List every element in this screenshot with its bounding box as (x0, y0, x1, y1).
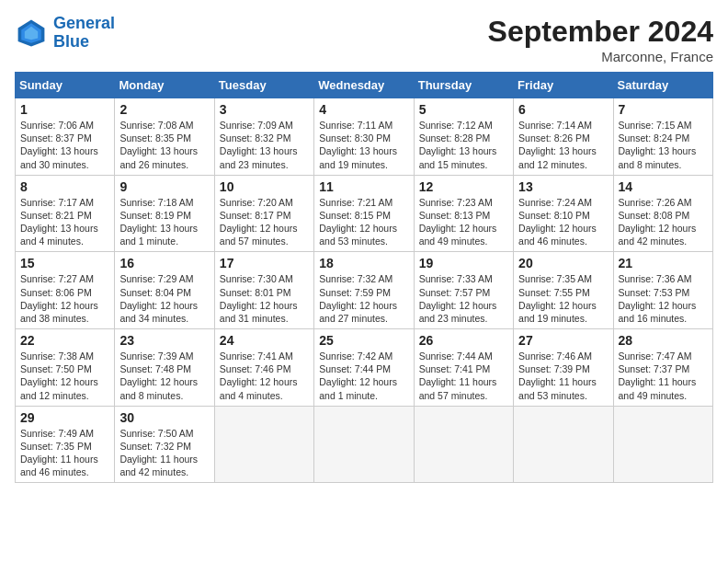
day-number: 22 (20, 333, 109, 348)
calendar-day-cell: 18Sunrise: 7:32 AM Sunset: 7:59 PM Dayli… (314, 252, 414, 329)
day-number: 27 (518, 333, 608, 348)
day-number: 1 (20, 102, 109, 117)
calendar-day-cell: 17Sunrise: 7:30 AM Sunset: 8:01 PM Dayli… (214, 252, 313, 329)
day-info: Sunrise: 7:06 AM Sunset: 8:37 PM Dayligh… (20, 119, 109, 171)
calendar-day-cell: 19Sunrise: 7:33 AM Sunset: 7:57 PM Dayli… (414, 252, 513, 329)
day-info: Sunrise: 7:42 AM Sunset: 7:44 PM Dayligh… (319, 350, 408, 402)
calendar-day-cell: 22Sunrise: 7:38 AM Sunset: 7:50 PM Dayli… (16, 329, 115, 407)
calendar-day-cell: 27Sunrise: 7:46 AM Sunset: 7:39 PM Dayli… (514, 329, 613, 407)
day-info: Sunrise: 7:24 AM Sunset: 8:10 PM Dayligh… (518, 196, 608, 248)
day-info: Sunrise: 7:08 AM Sunset: 8:35 PM Dayligh… (119, 119, 209, 171)
calendar-day-header: Saturday (613, 73, 712, 98)
day-info: Sunrise: 7:29 AM Sunset: 8:04 PM Dayligh… (119, 272, 209, 325)
day-number: 6 (518, 102, 608, 117)
calendar-day-header: Friday (514, 73, 613, 98)
day-info: Sunrise: 7:39 AM Sunset: 7:48 PM Dayligh… (119, 350, 209, 402)
day-number: 9 (119, 179, 209, 194)
calendar-day-cell (514, 406, 613, 483)
day-number: 12 (419, 179, 508, 194)
day-number: 26 (419, 333, 508, 348)
calendar-day-cell: 2Sunrise: 7:08 AM Sunset: 8:35 PM Daylig… (115, 98, 214, 176)
day-number: 23 (119, 333, 209, 348)
calendar-day-cell (314, 406, 414, 483)
day-info: Sunrise: 7:15 AM Sunset: 8:24 PM Dayligh… (619, 119, 708, 171)
day-info: Sunrise: 7:30 AM Sunset: 8:01 PM Dayligh… (220, 272, 309, 325)
day-info: Sunrise: 7:11 AM Sunset: 8:30 PM Dayligh… (319, 119, 408, 171)
calendar-day-cell: 29Sunrise: 7:49 AM Sunset: 7:35 PM Dayli… (16, 406, 115, 483)
day-number: 18 (319, 256, 408, 270)
day-number: 11 (319, 179, 408, 194)
calendar-day-cell: 3Sunrise: 7:09 AM Sunset: 8:32 PM Daylig… (214, 98, 313, 176)
day-info: Sunrise: 7:26 AM Sunset: 8:08 PM Dayligh… (619, 196, 708, 248)
calendar-table: SundayMondayTuesdayWednesdayThursdayFrid… (15, 72, 713, 483)
day-info: Sunrise: 7:20 AM Sunset: 8:17 PM Dayligh… (220, 196, 309, 248)
logo-line2: Blue (53, 32, 89, 51)
calendar-day-cell: 12Sunrise: 7:23 AM Sunset: 8:13 PM Dayli… (414, 175, 513, 252)
location: Marconne, France (488, 49, 713, 64)
day-info: Sunrise: 7:12 AM Sunset: 8:28 PM Dayligh… (419, 119, 508, 171)
logo-text: General Blue (53, 15, 115, 52)
month-title: September 2024 (488, 15, 713, 49)
calendar-day-cell: 9Sunrise: 7:18 AM Sunset: 8:19 PM Daylig… (115, 175, 214, 252)
calendar-day-cell: 25Sunrise: 7:42 AM Sunset: 7:44 PM Dayli… (314, 329, 414, 407)
calendar-day-cell: 13Sunrise: 7:24 AM Sunset: 8:10 PM Dayli… (514, 175, 613, 252)
title-block: September 2024 Marconne, France (488, 15, 713, 64)
day-number: 24 (220, 333, 309, 348)
day-info: Sunrise: 7:14 AM Sunset: 8:26 PM Dayligh… (518, 119, 608, 171)
day-info: Sunrise: 7:21 AM Sunset: 8:15 PM Dayligh… (319, 196, 408, 248)
day-number: 25 (319, 333, 408, 348)
calendar-day-cell (214, 406, 313, 483)
calendar-day-cell: 23Sunrise: 7:39 AM Sunset: 7:48 PM Dayli… (115, 329, 214, 407)
calendar-day-cell: 5Sunrise: 7:12 AM Sunset: 8:28 PM Daylig… (414, 98, 513, 176)
day-info: Sunrise: 7:17 AM Sunset: 8:21 PM Dayligh… (20, 196, 109, 248)
logo-line1: General (53, 14, 115, 32)
day-info: Sunrise: 7:50 AM Sunset: 7:32 PM Dayligh… (119, 427, 209, 479)
logo-icon (15, 17, 48, 50)
day-info: Sunrise: 7:44 AM Sunset: 7:41 PM Dayligh… (419, 350, 508, 402)
calendar-day-cell: 26Sunrise: 7:44 AM Sunset: 7:41 PM Dayli… (414, 329, 513, 407)
calendar-day-cell: 14Sunrise: 7:26 AM Sunset: 8:08 PM Dayli… (613, 175, 712, 252)
day-number: 19 (419, 256, 508, 270)
day-info: Sunrise: 7:47 AM Sunset: 7:37 PM Dayligh… (619, 350, 708, 402)
day-number: 8 (20, 179, 109, 194)
day-number: 29 (20, 410, 109, 425)
calendar-body: 1Sunrise: 7:06 AM Sunset: 8:37 PM Daylig… (16, 98, 713, 483)
calendar-day-header: Wednesday (314, 73, 414, 98)
logo: General Blue (15, 15, 115, 52)
day-number: 30 (119, 410, 209, 425)
page-header: General Blue September 2024 Marconne, Fr… (15, 15, 713, 64)
day-info: Sunrise: 7:36 AM Sunset: 7:53 PM Dayligh… (619, 272, 708, 325)
day-number: 17 (220, 256, 309, 270)
calendar-day-header: Tuesday (214, 73, 313, 98)
day-number: 3 (220, 102, 309, 117)
calendar-day-cell (414, 406, 513, 483)
calendar-day-cell: 8Sunrise: 7:17 AM Sunset: 8:21 PM Daylig… (16, 175, 115, 252)
calendar-day-cell: 6Sunrise: 7:14 AM Sunset: 8:26 PM Daylig… (514, 98, 613, 176)
calendar-day-header: Thursday (414, 73, 513, 98)
calendar-day-cell: 21Sunrise: 7:36 AM Sunset: 7:53 PM Dayli… (613, 252, 712, 329)
day-info: Sunrise: 7:23 AM Sunset: 8:13 PM Dayligh… (419, 196, 508, 248)
day-number: 28 (619, 333, 708, 348)
calendar-day-cell: 4Sunrise: 7:11 AM Sunset: 8:30 PM Daylig… (314, 98, 414, 176)
day-number: 5 (419, 102, 508, 117)
day-info: Sunrise: 7:32 AM Sunset: 7:59 PM Dayligh… (319, 272, 408, 325)
calendar-week-row: 15Sunrise: 7:27 AM Sunset: 8:06 PM Dayli… (16, 252, 713, 329)
calendar-day-cell (613, 406, 712, 483)
day-info: Sunrise: 7:27 AM Sunset: 8:06 PM Dayligh… (20, 272, 109, 325)
calendar-day-cell: 16Sunrise: 7:29 AM Sunset: 8:04 PM Dayli… (115, 252, 214, 329)
day-info: Sunrise: 7:41 AM Sunset: 7:46 PM Dayligh… (220, 350, 309, 402)
day-number: 13 (518, 179, 608, 194)
day-info: Sunrise: 7:33 AM Sunset: 7:57 PM Dayligh… (419, 272, 508, 325)
day-number: 16 (119, 256, 209, 270)
calendar-day-header: Monday (115, 73, 214, 98)
day-number: 10 (220, 179, 309, 194)
day-info: Sunrise: 7:35 AM Sunset: 7:55 PM Dayligh… (518, 272, 608, 325)
calendar-day-cell: 15Sunrise: 7:27 AM Sunset: 8:06 PM Dayli… (16, 252, 115, 329)
calendar-day-cell: 11Sunrise: 7:21 AM Sunset: 8:15 PM Dayli… (314, 175, 414, 252)
day-number: 20 (518, 256, 608, 270)
calendar-week-row: 22Sunrise: 7:38 AM Sunset: 7:50 PM Dayli… (16, 329, 713, 407)
calendar-day-header: Sunday (16, 73, 115, 98)
calendar-day-cell: 1Sunrise: 7:06 AM Sunset: 8:37 PM Daylig… (16, 98, 115, 176)
day-number: 14 (619, 179, 708, 194)
calendar-day-cell: 28Sunrise: 7:47 AM Sunset: 7:37 PM Dayli… (613, 329, 712, 407)
